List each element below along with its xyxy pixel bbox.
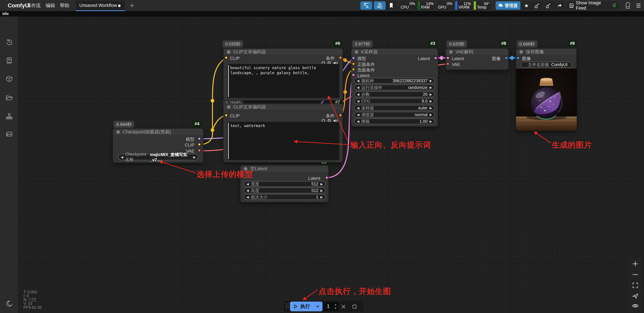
batch-count-input[interactable]: 1 ▲ ▼	[322, 302, 338, 311]
collapse-dot-icon[interactable]	[449, 50, 453, 54]
denoise-widget[interactable]: ◀ 降噪 1.00 ▶	[354, 119, 435, 124]
zoom-out-icon[interactable]	[632, 271, 639, 278]
node-title-bar[interactable]: 空Latent	[240, 165, 328, 172]
scheduler-widget[interactable]: ◀ 调度器 normal ▶	[354, 112, 435, 118]
node-checkpoint-loader[interactable]: Checkpoint加载器(简易) 模型 CLIP VAE ◀ Checkpoi…	[113, 129, 203, 163]
node-title-bar[interactable]: K采样器	[351, 49, 438, 55]
output-slot-latent[interactable]	[325, 176, 328, 179]
select-mode-icon[interactable]	[632, 292, 639, 299]
control-after-generate-widget[interactable]: ◀ 运行后操作 randomize ▶	[354, 85, 435, 90]
widget-prev-arrow[interactable]: ◀	[357, 106, 360, 110]
node-title-bar[interactable]: CLIP文本编码器	[224, 49, 343, 55]
node-vae-decode[interactable]: VAE解码 Latent VAE 图像	[446, 49, 508, 70]
textarea-scrollbar[interactable]	[228, 123, 229, 159]
cancel-run-icon[interactable]	[340, 304, 346, 309]
input-slot-clip[interactable]	[224, 56, 228, 59]
widget-next-arrow[interactable]: ▶	[430, 86, 432, 90]
workflows-folder-icon[interactable]	[6, 94, 13, 102]
widget-prev-arrow[interactable]: ◀	[357, 93, 360, 96]
widget-prev-arrow[interactable]: ◀	[121, 155, 123, 159]
output-slot-cond[interactable]	[339, 114, 342, 117]
vacuum-unload-icon[interactable]	[534, 3, 540, 9]
widget-prev-arrow[interactable]: ◀	[246, 195, 249, 199]
node-title-bar[interactable]: 保存图像	[516, 49, 576, 55]
manager-button[interactable]: 管理器	[496, 1, 520, 10]
hamburger-menu-button[interactable]	[634, 1, 643, 10]
widget-next-arrow[interactable]: ▶	[430, 106, 432, 110]
input-slot-latent[interactable]	[352, 73, 355, 77]
tab-unsaved-workflow[interactable]: Unsaved Workflow	[76, 0, 125, 11]
node-clip-text-encode-positive[interactable]: CLIP文本编码器 CLIP 条件 ⚙ beautiful scenery na…	[224, 49, 343, 100]
new-tab-button[interactable]: +	[128, 1, 136, 10]
node-tree-icon[interactable]	[6, 113, 13, 120]
drag-handle[interactable]	[286, 303, 289, 309]
widget-next-arrow[interactable]: ▶	[430, 93, 432, 96]
widget-next-arrow[interactable]: ▶	[430, 120, 432, 123]
width-widget[interactable]: ◀ 宽度 512 ▶	[244, 181, 326, 187]
output-slot-model[interactable]	[198, 137, 201, 140]
widget-next-arrow[interactable]: ▶	[430, 79, 432, 83]
widget-next-arrow[interactable]: ▶	[430, 99, 432, 103]
node-library-icon[interactable]	[6, 57, 13, 64]
widget-next-arrow[interactable]: ▶	[430, 113, 432, 117]
collapse-dot-icon[interactable]	[227, 105, 230, 109]
widget-prev-arrow[interactable]: ◀	[357, 79, 360, 83]
run-options-chevron-icon[interactable]	[316, 304, 320, 309]
queue-history-icon[interactable]	[6, 38, 13, 46]
steps-widget[interactable]: ◀ 步数 20 ▶	[354, 92, 435, 97]
menu-workflow[interactable]: 工作流	[26, 0, 40, 11]
collapse-dot-icon[interactable]	[116, 130, 120, 134]
input-slot-model[interactable]	[352, 56, 355, 60]
menu-help[interactable]: 帮助	[60, 0, 69, 11]
textarea-scrollbar[interactable]	[228, 65, 229, 97]
output-slot-latent[interactable]	[434, 56, 437, 60]
batch-size-widget[interactable]: ◀ 批次大小 1 ▶	[244, 194, 326, 200]
collapse-dot-icon[interactable]	[520, 50, 523, 54]
gallery-icon[interactable]	[6, 131, 13, 138]
widget-prev-arrow[interactable]: ◀	[357, 86, 360, 90]
node-save-image[interactable]: 保存图像 图像 文件名前缀 ComfyUI	[516, 49, 576, 131]
star-icon[interactable]: ★	[524, 3, 528, 9]
input-slot-latent[interactable]	[446, 56, 450, 60]
run-button[interactable]: 执行	[290, 301, 322, 311]
widget-next-arrow[interactable]: ▶	[320, 195, 323, 199]
widget-next-arrow[interactable]: ▶	[320, 182, 323, 186]
node-title-bar[interactable]: CLIP文本编码器	[224, 104, 343, 110]
show-image-feed-button[interactable]: Show Image Feed	[566, 1, 619, 10]
positive-prompt-textarea[interactable]: beautiful scenery nature glass bottle la…	[227, 64, 339, 98]
mobile-view-button[interactable]	[624, 1, 632, 10]
model-library-icon[interactable]	[6, 75, 13, 83]
node-title-bar[interactable]: VAE解码	[446, 49, 508, 55]
sampler-widget[interactable]: ◀ 采样器 euler ▶	[354, 105, 435, 111]
node-ksampler[interactable]: K采样器 模型 正面条件 负面条件 Latent Latent ◀ 随机种 39…	[351, 49, 438, 127]
seed-widget[interactable]: ◀ 随机种 396222882238337 ▶	[354, 78, 435, 84]
cfg-widget[interactable]: ◀ CFG 8.0 ▶	[354, 98, 435, 104]
negative-prompt-textarea[interactable]: text, watermark	[227, 122, 339, 160]
vacuum-clear-icon[interactable]	[546, 3, 551, 9]
bookmark-button[interactable]	[386, 1, 397, 10]
widget-next-arrow[interactable]: ▶	[320, 189, 323, 192]
checkpoint-name-widget[interactable]: ◀ Checkpoint名称 majicMIX_麦橘写实_v7.... ▶	[118, 154, 198, 160]
widget-prev-arrow[interactable]: ◀	[357, 120, 360, 123]
count-decrement-icon[interactable]: ▼	[334, 307, 337, 310]
menu-edit[interactable]: 编辑	[46, 0, 55, 11]
widget-prev-arrow[interactable]: ◀	[357, 113, 360, 117]
filename-prefix-widget[interactable]: 文件名前缀 ComfyUI	[521, 62, 572, 68]
workspace-button[interactable]	[374, 1, 386, 10]
node-clip-text-encode-negative[interactable]: CLIP文本编码器 CLIP 条件 ⚙ text, watermark	[224, 104, 343, 162]
share-icon[interactable]	[556, 3, 562, 8]
collapse-dot-icon[interactable]	[355, 50, 358, 54]
output-slot-clip[interactable]	[198, 143, 201, 146]
input-slot-positive[interactable]	[352, 62, 355, 66]
input-slot-vae[interactable]	[446, 62, 450, 66]
toggle-links-eye-icon[interactable]	[632, 302, 639, 309]
output-slot-vae[interactable]	[198, 149, 201, 152]
count-increment-icon[interactable]: ▲	[334, 303, 337, 306]
widget-prev-arrow[interactable]: ◀	[246, 182, 249, 186]
theme-moon-icon[interactable]	[6, 300, 13, 307]
widget-prev-arrow[interactable]: ◀	[357, 99, 360, 103]
stop-icon[interactable]	[352, 304, 358, 309]
collapse-dot-icon[interactable]	[227, 50, 230, 54]
input-slot-clip[interactable]	[224, 114, 228, 117]
input-slot-image[interactable]	[516, 56, 520, 60]
